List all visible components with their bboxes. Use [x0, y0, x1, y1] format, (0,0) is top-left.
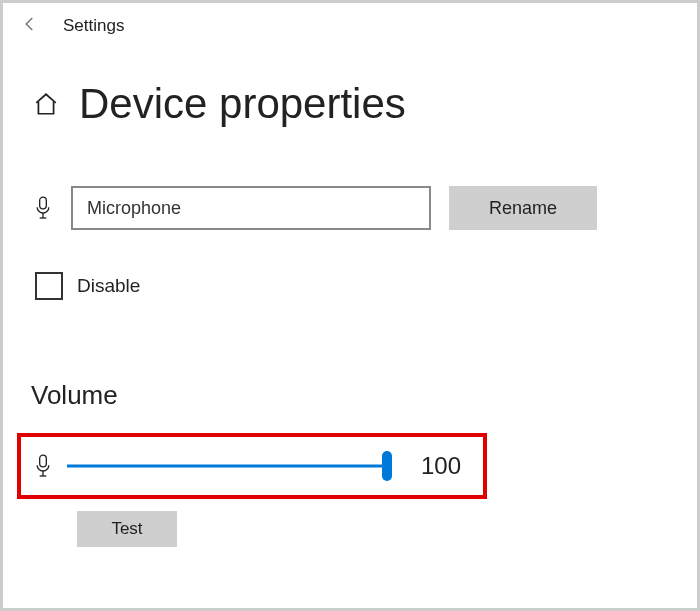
home-icon[interactable]	[33, 91, 59, 117]
page-title: Device properties	[79, 80, 406, 128]
disable-label: Disable	[77, 275, 140, 297]
disable-checkbox[interactable]	[35, 272, 63, 300]
slider-thumb[interactable]	[382, 451, 392, 481]
test-button[interactable]: Test	[77, 511, 177, 547]
svg-rect-3	[40, 455, 47, 467]
volume-slider[interactable]	[67, 452, 387, 480]
slider-track	[67, 465, 387, 468]
back-arrow-icon[interactable]	[21, 15, 39, 36]
rename-button[interactable]: Rename	[449, 186, 597, 230]
app-title: Settings	[63, 16, 124, 36]
svg-rect-0	[40, 197, 47, 209]
microphone-icon	[33, 453, 53, 479]
device-name-input[interactable]	[71, 186, 431, 230]
microphone-icon	[33, 195, 53, 221]
volume-heading: Volume	[3, 300, 697, 411]
volume-value: 100	[401, 452, 461, 480]
